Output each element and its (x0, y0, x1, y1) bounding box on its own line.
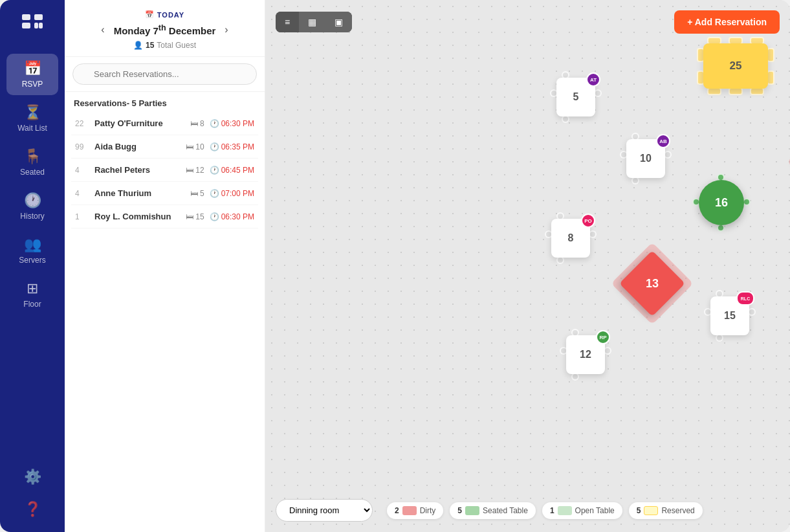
seats-icon: 🛏 (190, 189, 198, 198)
sidebar-item-help[interactable]: ❓ (6, 494, 58, 524)
svg-rect-4 (39, 23, 43, 28)
sidebar-item-settings[interactable]: ⚙️ (6, 462, 58, 492)
res-seats: 🛏 5 (190, 189, 204, 198)
view-grid-button[interactable]: ▦ (299, 12, 325, 32)
app-logo (16, 8, 49, 46)
dirty-color-swatch (402, 506, 417, 515)
clock-icon: 🕐 (210, 119, 219, 128)
view-list-button[interactable]: ≡ (276, 12, 299, 32)
res-name: Aida Bugg (94, 142, 181, 151)
svg-rect-1 (34, 14, 43, 20)
floor-footer: Dinning room 2 Dirty 5 Seated Table 1 Op… (276, 499, 780, 522)
sidebar-item-floor[interactable]: ⊞ Floor (6, 274, 58, 315)
res-time: 🕐 06:35 PM (210, 142, 254, 151)
table-16[interactable]: 16 (692, 173, 751, 232)
reservation-item[interactable]: 22 Patty O'Furniture 🛏 8 🕐 06:30 PM (71, 112, 258, 135)
res-number: 4 (75, 166, 89, 175)
res-name: Patty O'Furniture (94, 118, 185, 128)
prev-date-button[interactable]: ‹ (97, 23, 108, 37)
res-seats: 🛏 12 (186, 166, 204, 175)
res-name: Roy L. Commishun (94, 212, 181, 221)
clock-icon: 🕐 (210, 142, 219, 151)
res-number: 4 (75, 189, 89, 198)
servers-icon: 👥 (24, 236, 41, 253)
res-name: Rachel Peters (94, 165, 181, 175)
seats-icon: 🛏 (190, 119, 198, 128)
svg-rect-0 (22, 14, 30, 20)
res-name: Anne Thurium (94, 188, 185, 198)
reservation-item[interactable]: 4 Rachel Peters 🛏 12 🕐 06:45 PM (71, 159, 258, 182)
sidebar-item-history[interactable]: 🕐 History (6, 186, 58, 227)
seated-icon: 🪑 (24, 148, 41, 165)
reservations-list: 22 Patty O'Furniture 🛏 8 🕐 06:30 PM 99 A… (65, 112, 265, 532)
seats-icon: 🛏 (186, 212, 193, 221)
legend-dirty: 2 Dirty (387, 502, 443, 519)
res-number: 99 (75, 142, 89, 151)
svg-rect-3 (34, 23, 38, 28)
sidebar-item-seated-label: Seated (20, 168, 45, 177)
res-time: 🕐 06:30 PM (210, 119, 254, 128)
reservations-header: Reservations- 5 Parties (65, 92, 265, 112)
floor-icon: ⊞ (27, 280, 38, 297)
room-select[interactable]: Dinning room (276, 499, 373, 522)
sidebar-item-rsvp-label: RSVP (22, 80, 43, 89)
view-toggle: ≡ ▦ ▣ (276, 12, 352, 32)
waitlist-icon: ⏳ (24, 104, 41, 121)
help-icon: ❓ (24, 501, 41, 518)
clock-icon: 🕐 (210, 189, 219, 198)
res-number: 22 (75, 119, 89, 128)
sidebar-item-floor-label: Floor (23, 300, 41, 309)
clock-icon: 🕐 (210, 166, 219, 175)
open-color-swatch (558, 506, 572, 515)
table-12[interactable]: 12RP (560, 329, 611, 381)
rsvp-icon: 📅 (24, 60, 41, 77)
legend-open: 1 Open Table (542, 502, 622, 519)
sidebar-item-servers[interactable]: 👥 Servers (6, 230, 58, 271)
table-8[interactable]: 8PO (545, 212, 597, 264)
guest-count: 👤 15 Total Guest (72, 41, 257, 50)
settings-icon: ⚙️ (24, 469, 41, 485)
date-display: Monday 7th December (114, 23, 216, 36)
seated-color-swatch (465, 506, 479, 515)
table-5[interactable]: 5AT (550, 71, 602, 123)
reservation-item[interactable]: 1 Roy L. Commishun 🛏 15 🕐 06:30 PM (71, 205, 258, 228)
sidebar-item-history-label: History (20, 212, 44, 221)
sidebar-item-waitlist[interactable]: ⏳ Wait List (6, 98, 58, 139)
main-area: ≡ ▦ ▣ + Add Reservation 5AT10AB8PO12RP15… (265, 0, 790, 532)
res-time: 🕐 06:45 PM (210, 166, 254, 175)
res-number: 1 (75, 212, 89, 221)
table-13[interactable]: 13 (620, 251, 685, 316)
res-seats: 🛏 10 (186, 142, 204, 151)
add-reservation-button[interactable]: + Add Reservation (674, 10, 780, 34)
search-input[interactable] (72, 63, 257, 85)
sidebar: 📅 RSVP ⏳ Wait List 🪑 Seated 🕐 History 👥 … (0, 0, 65, 532)
clock-icon: 🕐 (210, 212, 219, 221)
res-time: 🕐 07:00 PM (210, 189, 254, 198)
legend-reserved: 5 Reserved (629, 502, 703, 519)
reservation-item[interactable]: 4 Anne Thurium 🛏 5 🕐 07:00 PM (71, 182, 258, 205)
reserved-color-swatch (644, 506, 658, 515)
seats-icon: 🛏 (186, 166, 193, 175)
res-seats: 🛏 8 (190, 119, 204, 128)
res-seats: 🛏 15 (186, 212, 204, 221)
table-10[interactable]: 10AB (620, 133, 672, 184)
seats-icon: 🛏 (186, 142, 193, 151)
sidebar-item-servers-label: Servers (19, 256, 45, 265)
sidebar-item-rsvp[interactable]: 📅 RSVP (6, 54, 58, 95)
next-date-button[interactable]: › (221, 23, 232, 37)
reservation-item[interactable]: 99 Aida Bugg 🛏 10 🕐 06:35 PM (71, 135, 258, 159)
left-panel: 📅 TODAY ‹ Monday 7th December › 👤 15 Tot… (65, 0, 265, 532)
history-icon: 🕐 (24, 192, 41, 209)
date-nav: ‹ Monday 7th December › (72, 23, 257, 37)
today-label: 📅 TODAY (72, 10, 257, 19)
legend-seated: 5 Seated Table (450, 502, 536, 519)
sidebar-item-waitlist-label: Wait List (17, 124, 47, 133)
view-table-button[interactable]: ▣ (325, 12, 352, 32)
table-15[interactable]: 15RLC (704, 290, 756, 342)
svg-rect-2 (22, 23, 30, 28)
floor-canvas: 5AT10AB8PO12RP15RLC1611131425212223 (265, 0, 790, 532)
table-25[interactable]: 25 (696, 36, 776, 96)
legend-items: 2 Dirty 5 Seated Table 1 Open Table 5 Re… (387, 502, 703, 519)
date-header: 📅 TODAY ‹ Monday 7th December › 👤 15 Tot… (65, 0, 265, 57)
sidebar-item-seated[interactable]: 🪑 Seated (6, 142, 58, 183)
